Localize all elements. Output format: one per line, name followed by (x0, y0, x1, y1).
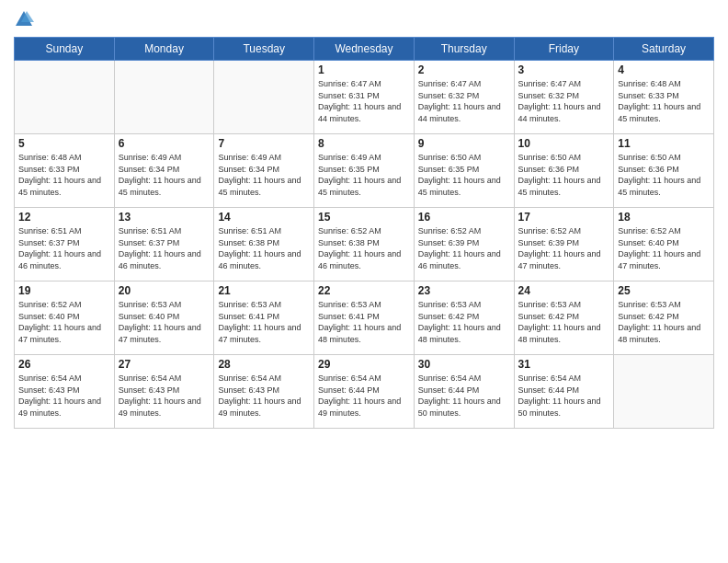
calendar: SundayMondayTuesdayWednesdayThursdayFrid… (14, 37, 714, 429)
day-header-monday: Monday (114, 38, 214, 61)
calendar-cell: 2Sunrise: 6:47 AMSunset: 6:32 PMDaylight… (414, 61, 514, 134)
calendar-cell: 24Sunrise: 6:53 AMSunset: 6:42 PMDayligh… (514, 282, 614, 355)
day-number: 30 (418, 358, 510, 371)
cell-info: Sunrise: 6:54 AMSunset: 6:44 PMDaylight:… (418, 373, 510, 419)
calendar-week-4: 26Sunrise: 6:54 AMSunset: 6:43 PMDayligh… (15, 355, 714, 429)
cell-info: Sunrise: 6:48 AMSunset: 6:33 PMDaylight:… (618, 78, 710, 124)
calendar-cell: 6Sunrise: 6:49 AMSunset: 6:34 PMDaylight… (114, 134, 214, 208)
calendar-cell (15, 61, 115, 134)
calendar-cell: 26Sunrise: 6:54 AMSunset: 6:43 PMDayligh… (15, 355, 115, 429)
cell-info: Sunrise: 6:51 AMSunset: 6:38 PMDaylight:… (218, 225, 310, 271)
day-header-sunday: Sunday (15, 38, 115, 61)
calendar-cell: 22Sunrise: 6:53 AMSunset: 6:41 PMDayligh… (314, 282, 415, 355)
cell-info: Sunrise: 6:52 AMSunset: 6:40 PMDaylight:… (18, 299, 110, 345)
day-number: 29 (318, 358, 410, 371)
calendar-cell: 28Sunrise: 6:54 AMSunset: 6:43 PMDayligh… (214, 355, 314, 429)
day-number: 22 (318, 284, 410, 297)
calendar-cell: 3Sunrise: 6:47 AMSunset: 6:32 PMDaylight… (514, 61, 614, 134)
calendar-cell: 20Sunrise: 6:53 AMSunset: 6:40 PMDayligh… (114, 282, 214, 355)
cell-info: Sunrise: 6:54 AMSunset: 6:43 PMDaylight:… (18, 373, 110, 419)
cell-info: Sunrise: 6:50 AMSunset: 6:36 PMDaylight:… (618, 152, 710, 198)
day-number: 24 (518, 284, 610, 297)
calendar-cell (114, 61, 214, 134)
calendar-week-1: 5Sunrise: 6:48 AMSunset: 6:33 PMDaylight… (15, 134, 714, 208)
cell-info: Sunrise: 6:47 AMSunset: 6:32 PMDaylight:… (518, 78, 610, 124)
cell-info: Sunrise: 6:52 AMSunset: 6:39 PMDaylight:… (518, 225, 610, 271)
calendar-cell: 29Sunrise: 6:54 AMSunset: 6:44 PMDayligh… (314, 355, 415, 429)
day-number: 10 (518, 137, 610, 150)
calendar-cell: 31Sunrise: 6:54 AMSunset: 6:44 PMDayligh… (514, 355, 614, 429)
day-number: 8 (318, 137, 410, 150)
cell-info: Sunrise: 6:50 AMSunset: 6:35 PMDaylight:… (418, 152, 510, 198)
day-number: 6 (119, 137, 210, 150)
calendar-cell: 14Sunrise: 6:51 AMSunset: 6:38 PMDayligh… (214, 208, 314, 282)
day-number: 1 (318, 63, 410, 76)
page: SundayMondayTuesdayWednesdayThursdayFrid… (0, 0, 728, 563)
cell-info: Sunrise: 6:51 AMSunset: 6:37 PMDaylight:… (119, 225, 210, 271)
calendar-week-2: 12Sunrise: 6:51 AMSunset: 6:37 PMDayligh… (15, 208, 714, 282)
cell-info: Sunrise: 6:51 AMSunset: 6:37 PMDaylight:… (18, 225, 110, 271)
day-number: 31 (518, 358, 610, 371)
cell-info: Sunrise: 6:54 AMSunset: 6:43 PMDaylight:… (218, 373, 310, 419)
day-number: 13 (119, 211, 210, 224)
day-number: 9 (418, 137, 510, 150)
cell-info: Sunrise: 6:52 AMSunset: 6:40 PMDaylight:… (618, 225, 710, 271)
calendar-week-3: 19Sunrise: 6:52 AMSunset: 6:40 PMDayligh… (15, 282, 714, 355)
day-number: 19 (18, 284, 110, 297)
cell-info: Sunrise: 6:54 AMSunset: 6:43 PMDaylight:… (119, 373, 210, 419)
cell-info: Sunrise: 6:48 AMSunset: 6:33 PMDaylight:… (18, 152, 110, 198)
cell-info: Sunrise: 6:53 AMSunset: 6:41 PMDaylight:… (218, 299, 310, 345)
day-header-wednesday: Wednesday (314, 38, 415, 61)
calendar-cell: 19Sunrise: 6:52 AMSunset: 6:40 PMDayligh… (15, 282, 115, 355)
day-number: 27 (119, 358, 210, 371)
calendar-cell (614, 355, 714, 429)
cell-info: Sunrise: 6:53 AMSunset: 6:42 PMDaylight:… (618, 299, 710, 345)
calendar-cell: 23Sunrise: 6:53 AMSunset: 6:42 PMDayligh… (414, 282, 514, 355)
day-number: 2 (418, 63, 510, 76)
day-number: 11 (618, 137, 710, 150)
header (14, 9, 714, 29)
cell-info: Sunrise: 6:53 AMSunset: 6:40 PMDaylight:… (119, 299, 210, 345)
calendar-cell: 13Sunrise: 6:51 AMSunset: 6:37 PMDayligh… (114, 208, 214, 282)
calendar-cell: 16Sunrise: 6:52 AMSunset: 6:39 PMDayligh… (414, 208, 514, 282)
calendar-cell: 18Sunrise: 6:52 AMSunset: 6:40 PMDayligh… (614, 208, 714, 282)
day-header-friday: Friday (514, 38, 614, 61)
cell-info: Sunrise: 6:47 AMSunset: 6:31 PMDaylight:… (318, 78, 410, 124)
day-number: 15 (318, 211, 410, 224)
cell-info: Sunrise: 6:52 AMSunset: 6:38 PMDaylight:… (318, 225, 410, 271)
cell-info: Sunrise: 6:52 AMSunset: 6:39 PMDaylight:… (418, 225, 510, 271)
day-header-saturday: Saturday (614, 38, 714, 61)
calendar-cell: 17Sunrise: 6:52 AMSunset: 6:39 PMDayligh… (514, 208, 614, 282)
cell-info: Sunrise: 6:50 AMSunset: 6:36 PMDaylight:… (518, 152, 610, 198)
cell-info: Sunrise: 6:53 AMSunset: 6:42 PMDaylight:… (418, 299, 510, 345)
calendar-cell: 25Sunrise: 6:53 AMSunset: 6:42 PMDayligh… (614, 282, 714, 355)
calendar-cell: 1Sunrise: 6:47 AMSunset: 6:31 PMDaylight… (314, 61, 415, 134)
calendar-cell (214, 61, 314, 134)
day-number: 26 (18, 358, 110, 371)
calendar-week-0: 1Sunrise: 6:47 AMSunset: 6:31 PMDaylight… (15, 61, 714, 134)
cell-info: Sunrise: 6:53 AMSunset: 6:42 PMDaylight:… (518, 299, 610, 345)
calendar-cell: 4Sunrise: 6:48 AMSunset: 6:33 PMDaylight… (614, 61, 714, 134)
cell-info: Sunrise: 6:54 AMSunset: 6:44 PMDaylight:… (318, 373, 410, 419)
calendar-header-row: SundayMondayTuesdayWednesdayThursdayFrid… (15, 38, 714, 61)
day-number: 5 (18, 137, 110, 150)
day-header-tuesday: Tuesday (214, 38, 314, 61)
calendar-cell: 12Sunrise: 6:51 AMSunset: 6:37 PMDayligh… (15, 208, 115, 282)
day-number: 3 (518, 63, 610, 76)
cell-info: Sunrise: 6:49 AMSunset: 6:34 PMDaylight:… (218, 152, 310, 198)
calendar-cell: 8Sunrise: 6:49 AMSunset: 6:35 PMDaylight… (314, 134, 415, 208)
day-number: 18 (618, 211, 710, 224)
day-number: 20 (119, 284, 210, 297)
day-number: 23 (418, 284, 510, 297)
calendar-cell: 9Sunrise: 6:50 AMSunset: 6:35 PMDaylight… (414, 134, 514, 208)
day-number: 4 (618, 63, 710, 76)
day-number: 25 (618, 284, 710, 297)
day-number: 12 (18, 211, 110, 224)
day-number: 17 (518, 211, 610, 224)
calendar-cell: 15Sunrise: 6:52 AMSunset: 6:38 PMDayligh… (314, 208, 415, 282)
calendar-cell: 11Sunrise: 6:50 AMSunset: 6:36 PMDayligh… (614, 134, 714, 208)
day-number: 7 (218, 137, 310, 150)
calendar-cell: 5Sunrise: 6:48 AMSunset: 6:33 PMDaylight… (15, 134, 115, 208)
day-number: 14 (218, 211, 310, 224)
logo-icon (14, 9, 34, 29)
